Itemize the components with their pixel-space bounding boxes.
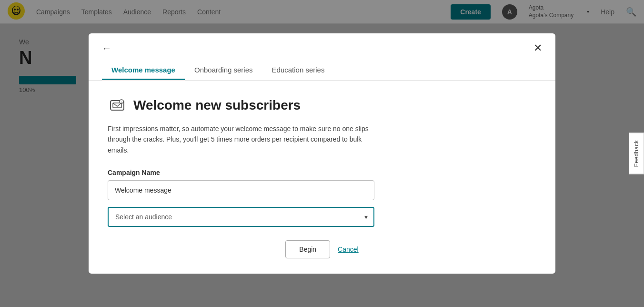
modal-description: First impressions matter, so automate yo… bbox=[108, 123, 374, 155]
cancel-button[interactable]: Cancel bbox=[338, 246, 359, 253]
begin-button[interactable]: Begin bbox=[285, 240, 330, 258]
campaign-name-input[interactable] bbox=[108, 180, 374, 200]
modal-overlay: ← ✕ Welcome message Onboarding series Ed… bbox=[0, 0, 644, 307]
campaign-name-label: Campaign Name bbox=[108, 169, 536, 176]
tab-education-series[interactable]: Education series bbox=[262, 61, 334, 80]
modal-title: Welcome new subscribers bbox=[133, 98, 301, 113]
modal-back-button[interactable]: ← bbox=[102, 43, 111, 53]
modal-close-button[interactable]: ✕ bbox=[533, 43, 542, 53]
svg-text:!: ! bbox=[121, 101, 122, 104]
tab-welcome-message[interactable]: Welcome message bbox=[102, 61, 185, 80]
modal-tabs: Welcome message Onboarding series Educat… bbox=[89, 55, 555, 81]
welcome-icon: ! bbox=[108, 96, 127, 115]
audience-select-wrapper: Select an audience ▾ bbox=[108, 207, 374, 227]
tab-onboarding-series[interactable]: Onboarding series bbox=[185, 61, 262, 80]
modal-heading-row: ! Welcome new subscribers bbox=[108, 96, 536, 115]
modal-dialog: ← ✕ Welcome message Onboarding series Ed… bbox=[89, 33, 555, 274]
feedback-button[interactable]: Feedback bbox=[629, 133, 644, 174]
modal-body: ! Welcome new subscribers First impressi… bbox=[89, 81, 555, 274]
audience-select[interactable]: Select an audience bbox=[108, 207, 374, 227]
feedback-panel: Feedback bbox=[629, 133, 644, 174]
modal-topbar: ← ✕ bbox=[89, 33, 555, 53]
modal-actions: Begin Cancel bbox=[108, 240, 536, 258]
